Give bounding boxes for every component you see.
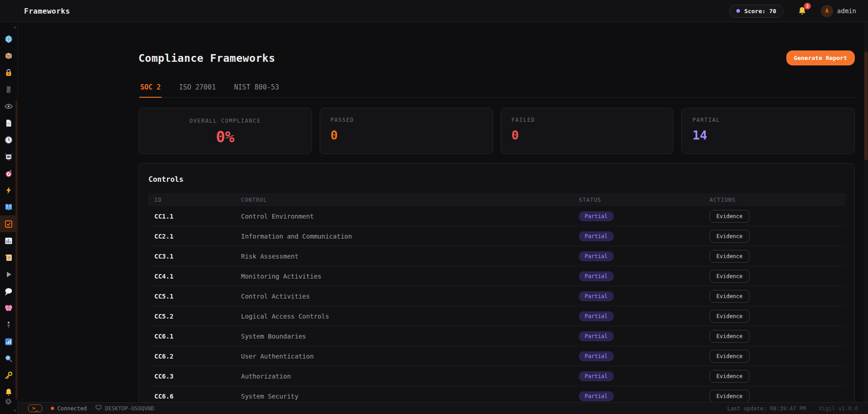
user-menu[interactable]: A admin xyxy=(821,5,856,17)
sidebar-item-bar-chart[interactable] xyxy=(0,232,17,249)
control-name: System Boundaries xyxy=(241,333,579,340)
sidebar-item-eye[interactable] xyxy=(0,98,17,115)
stats-cards: OVERALL COMPLIANCE0%PASSED0FAILED0PARTIA… xyxy=(138,108,855,154)
control-name: Information and Communication xyxy=(241,233,579,240)
control-id: CC2.1 xyxy=(154,233,241,240)
sidebar-item-scroll[interactable] xyxy=(0,249,17,266)
control-id: CC5.2 xyxy=(154,313,241,320)
control-id: CC6.2 xyxy=(154,353,241,360)
notifications-button[interactable]: 3 xyxy=(797,6,807,16)
avatar: A xyxy=(821,5,833,17)
username: admin xyxy=(837,7,856,15)
control-name: Risk Assessment xyxy=(241,253,579,260)
page-scrollbar[interactable] xyxy=(864,22,868,402)
evidence-button[interactable]: Evidence xyxy=(710,330,750,343)
sidebar-scroll-down-icon[interactable]: ▼ xyxy=(14,409,16,413)
control-name: System Security xyxy=(241,393,579,400)
sidebar-item-globe[interactable] xyxy=(0,30,17,47)
last-update: Last update: 08:39:47 PM xyxy=(727,405,806,412)
evidence-button[interactable]: Evidence xyxy=(710,230,750,243)
sidebar-item-speech-bubble[interactable] xyxy=(0,283,17,299)
control-id: CC3.1 xyxy=(154,253,241,260)
sidebar-item-key[interactable] xyxy=(0,367,17,384)
control-id: CC4.1 xyxy=(154,273,241,280)
stat-label: PARTIAL xyxy=(692,117,844,123)
terminal-button[interactable]: >_ xyxy=(28,404,42,412)
bar-chart-icon xyxy=(4,236,13,245)
sidebar-item-lightning[interactable] xyxy=(0,182,17,199)
status-badge: Partial xyxy=(579,391,614,401)
key-icon xyxy=(4,371,13,380)
sidebar-item-robot[interactable] xyxy=(0,148,17,165)
sidebar: ▲ ▼ xyxy=(0,22,18,414)
sidebar-item-play[interactable] xyxy=(0,266,17,283)
sidebar-item-checkbox[interactable] xyxy=(0,215,17,232)
scroll-icon xyxy=(4,253,13,262)
server-icon xyxy=(4,85,13,94)
generate-report-button[interactable]: Generate Report xyxy=(786,50,855,65)
page-scrollbar-thumb[interactable] xyxy=(864,51,868,160)
notification-count-badge: 3 xyxy=(804,3,811,10)
tab-nist-800-53[interactable]: NIST 800-53 xyxy=(233,79,280,98)
tab-iso-27001[interactable]: ISO 27001 xyxy=(178,79,217,98)
sidebar-item-clock[interactable] xyxy=(0,131,17,148)
sidebar-item-target[interactable] xyxy=(0,165,17,182)
table-row: CC2.1Information and CommunicationPartia… xyxy=(148,226,845,246)
status-badge: Partial xyxy=(579,291,614,301)
checkbox-icon xyxy=(4,219,13,229)
sidebar-items xyxy=(0,30,17,400)
score-badge: Score: 70 xyxy=(729,5,783,18)
table-body: CC1.1Control EnvironmentPartialEvidenceC… xyxy=(139,206,854,402)
evidence-button[interactable]: Evidence xyxy=(710,270,750,283)
sidebar-item-brain[interactable] xyxy=(0,299,17,316)
evidence-button[interactable]: Evidence xyxy=(710,350,750,363)
table-row: CC1.1Control EnvironmentPartialEvidence xyxy=(148,206,845,226)
play-icon xyxy=(4,270,13,279)
stat-value: 14 xyxy=(692,128,844,142)
stat-value: 0 xyxy=(330,128,482,142)
evidence-button[interactable]: Evidence xyxy=(710,250,750,263)
stat-value: 0% xyxy=(149,128,301,146)
gear-icon xyxy=(4,397,13,408)
stat-card-failed: FAILED0 xyxy=(501,108,674,154)
sidebar-item-person[interactable] xyxy=(0,316,17,333)
sidebar-item-document[interactable] xyxy=(0,115,17,131)
sidebar-scrollbar[interactable] xyxy=(15,100,17,399)
evidence-button[interactable]: Evidence xyxy=(710,290,750,303)
connection-dot-icon xyxy=(51,407,54,410)
hostname-label: DESKTOP-OSOQVND xyxy=(105,405,154,412)
control-name: Authorization xyxy=(241,373,579,380)
sidebar-item-settings[interactable] xyxy=(0,397,17,408)
sidebar-item-package[interactable] xyxy=(0,47,17,64)
sidebar-item-signal-bars[interactable] xyxy=(0,333,17,350)
evidence-button[interactable]: Evidence xyxy=(710,210,750,223)
control-id: CC6.6 xyxy=(154,393,241,400)
status-badge: Partial xyxy=(579,331,614,341)
control-id: CC6.3 xyxy=(154,373,241,380)
stat-value: 0 xyxy=(512,128,663,142)
evidence-button[interactable]: Evidence xyxy=(710,390,750,403)
connection-status: Connected xyxy=(51,405,87,412)
tab-soc-2[interactable]: SOC 2 xyxy=(139,79,162,98)
clock-icon xyxy=(4,135,13,145)
evidence-button[interactable]: Evidence xyxy=(710,370,750,383)
speech-bubble-icon xyxy=(4,287,13,296)
control-name: Monitoring Activities xyxy=(241,273,579,280)
sidebar-scroll-up-icon[interactable]: ▲ xyxy=(14,25,16,29)
lightning-icon xyxy=(4,186,13,195)
score-dot-icon xyxy=(736,9,740,13)
package-icon xyxy=(4,51,13,60)
sidebar-item-server[interactable] xyxy=(0,81,17,98)
controls-title: Controls xyxy=(139,164,854,193)
content: Compliance Frameworks Generate Report SO… xyxy=(138,22,855,402)
sidebar-item-magnifier[interactable] xyxy=(0,350,17,367)
evidence-button[interactable]: Evidence xyxy=(710,310,750,323)
heading: Compliance Frameworks xyxy=(138,52,275,64)
table-row: CC4.1Monitoring ActivitiesPartialEvidenc… xyxy=(148,266,845,286)
sidebar-item-book[interactable] xyxy=(0,199,17,215)
table-row: CC3.1Risk AssessmentPartialEvidence xyxy=(148,246,845,266)
robot-icon xyxy=(4,152,13,161)
page-title: Frameworks xyxy=(24,7,70,15)
status-badge: Partial xyxy=(579,251,614,261)
sidebar-item-lock[interactable] xyxy=(0,64,17,81)
